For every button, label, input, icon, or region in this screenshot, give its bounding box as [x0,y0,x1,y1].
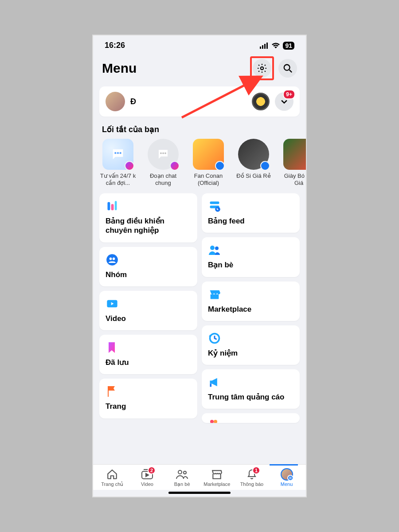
svg-point-13 [164,153,166,154]
clock-icon [208,332,221,345]
tile-label: Trang [106,402,191,411]
group-image [283,139,306,170]
nav-notifications[interactable]: 1 Thông báo [236,468,267,487]
svg-rect-27 [211,294,219,299]
svg-point-33 [178,470,182,474]
svg-point-18 [110,258,112,260]
tile-partial[interactable] [202,413,300,423]
group-badge-icon [260,161,270,171]
tile-feed[interactable]: Bảng feed [202,193,300,233]
shortcut-item[interactable]: Đồ Si Giá Rẻ [235,139,272,186]
feed-icon [208,200,221,213]
svg-rect-1 [262,45,263,49]
chat-bubble-icon [148,139,179,170]
menu-avatar-icon [281,468,293,481]
tile-memories[interactable]: Kỷ niệm [202,325,300,365]
shortcuts-row[interactable]: Tư vấn 24/7 k cần đợi... Đoạn chat chung… [93,139,306,186]
flag-icon [106,385,119,398]
svg-point-12 [162,153,164,154]
svg-point-31 [214,420,217,423]
shortcut-label: Đoạn chat chung [145,172,182,186]
svg-point-5 [284,65,290,70]
header-actions [250,56,297,80]
nav-menu[interactable]: Menu [271,468,302,487]
settings-highlight [250,56,274,80]
svg-rect-15 [111,204,114,211]
tile-groups[interactable]: Nhóm [99,247,197,286]
chat-bubble-icon [102,139,133,170]
signal-icon [260,43,269,49]
home-icon [106,469,118,480]
search-icon [283,63,293,73]
svg-point-9 [117,152,119,154]
story-ring-icon[interactable] [252,93,270,110]
nav-notif-badge: 1 [252,466,260,474]
tile-dashboard[interactable]: Bảng điều khiển chuyên nghiệp [99,193,197,243]
tile-saved[interactable]: Đã lưu [99,335,197,374]
svg-rect-0 [260,47,261,49]
partial-icon [208,415,221,423]
battery-level: 91 [283,42,294,50]
svg-point-4 [261,67,263,70]
shortcut-item[interactable]: Giày Bó Đá Giá [280,139,306,186]
marketplace-nav-icon [211,469,223,480]
megaphone-icon [208,376,221,389]
shortcut-item[interactable]: Đoạn chat chung [145,139,182,186]
shortcut-label: Giày Bó Đá Giá [280,172,306,186]
svg-rect-2 [264,44,266,49]
svg-point-10 [120,152,121,154]
bookmark-icon [106,341,119,354]
tile-marketplace[interactable]: Marketplace [202,282,300,321]
settings-button[interactable] [253,59,271,78]
video-icon [106,297,119,310]
shortcut-item[interactable]: Fan Conan (Official) [190,139,227,186]
tile-friends[interactable]: Bạn bè [202,237,300,277]
tile-label: Bạn bè [208,260,293,270]
marketplace-icon [208,288,221,301]
grid-col-right: Bảng feed Bạn bè Marketplace Kỷ niệm Tru… [202,193,300,464]
nav-active-indicator [270,464,298,466]
tile-video[interactable]: Video [99,291,197,330]
wifi-icon [271,43,280,49]
profile-name: Đ [130,97,246,106]
svg-line-6 [289,70,292,73]
tile-label: Bảng điều khiển chuyên nghiệp [106,216,191,235]
page-title: Menu [102,61,137,76]
phone-screen: 16:26 91 Menu Đ 9+ [93,35,306,497]
bottom-nav: Trang chủ 2 Video Bạn bè Marketplace 1 T… [93,464,306,490]
search-button[interactable] [278,59,297,78]
home-indicator [168,492,231,494]
svg-rect-21 [108,386,109,397]
tile-label: Bảng feed [208,216,293,226]
menu-grid: Bảng điều khiển chuyên nghiệp Nhóm Video… [93,186,306,464]
nav-label: Video [141,481,153,487]
accounts-switcher-button[interactable]: 9+ [275,92,293,111]
friends-nav-icon [176,469,189,480]
status-right: 91 [260,42,294,50]
menu-lines-icon [287,475,293,481]
tile-pages[interactable]: Trang [99,379,197,418]
messenger-badge-icon [170,161,180,171]
groups-icon [106,253,119,266]
grid-col-left: Bảng điều khiển chuyên nghiệp Nhóm Video… [99,193,197,464]
nav-friends[interactable]: Bạn bè [167,468,198,487]
nav-video[interactable]: 2 Video [132,468,163,487]
svg-rect-3 [266,43,268,49]
dashboard-icon [106,200,119,213]
tile-ads[interactable]: Trung tâm quảng cáo [202,369,300,409]
nav-home[interactable]: Trang chủ [97,468,128,487]
tile-label: Marketplace [208,305,293,314]
nav-label: Bạn bè [174,481,190,487]
nav-marketplace[interactable]: Marketplace [201,468,232,487]
nav-label: Menu [281,481,293,487]
shortcut-label: Fan Conan (Official) [190,172,227,186]
svg-rect-16 [115,201,117,211]
messenger-badge-icon [125,161,134,171]
tile-label: Đã lưu [106,358,191,367]
shortcut-item[interactable]: Tư vấn 24/7 k cần đợi... [99,139,137,186]
profile-card[interactable]: Đ 9+ [99,86,300,117]
svg-rect-29 [210,384,212,387]
status-time: 16:26 [105,41,125,50]
group-badge-icon [215,161,225,171]
nav-label: Trang chủ [101,481,123,487]
